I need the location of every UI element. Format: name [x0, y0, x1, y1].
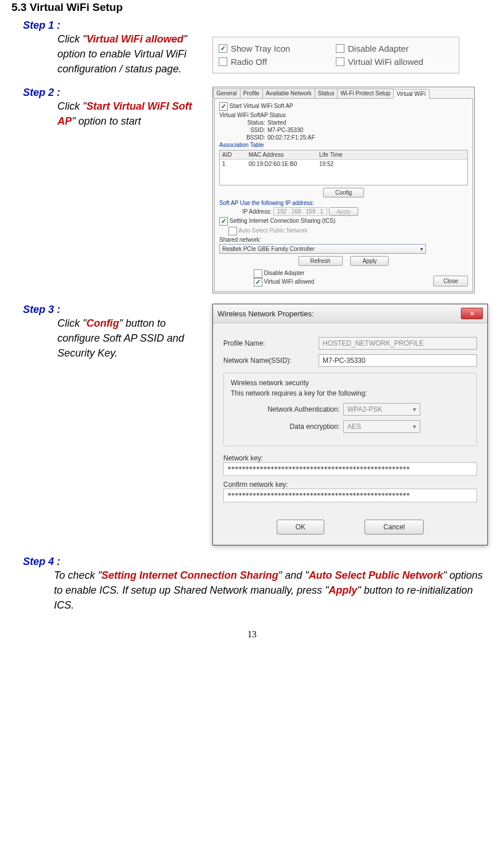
checkbox-radio-off[interactable]	[219, 57, 227, 66]
checkbox-virtual-wifi[interactable]	[336, 57, 344, 66]
ssid-value: M7-PC-35330	[267, 127, 303, 133]
ssid-field-input[interactable]: M7-PC-35330	[319, 354, 477, 367]
step3-pre: Click "	[57, 317, 86, 329]
tab-status[interactable]: Status	[315, 88, 338, 98]
checkbox-disable-adapter-2[interactable]	[254, 269, 262, 278]
checkbox-virtual-wifi-2[interactable]	[254, 278, 262, 286]
label-auto-select: Auto Select Public Network	[238, 227, 308, 234]
dialog-title: Wireless Network Properties:	[218, 309, 314, 318]
ip-input[interactable]: 192 . 168 . 159 . 1	[273, 207, 328, 216]
apply-button[interactable]: Apply	[350, 256, 389, 266]
label-virtual-wifi: Virtual WiFi allowed	[348, 57, 423, 67]
checkbox-auto-select[interactable]	[228, 227, 237, 235]
config-button[interactable]: Config	[323, 188, 364, 198]
network-key-label: Network key:	[223, 454, 477, 462]
enc-label: Data encryption:	[231, 423, 340, 431]
label-virtual-wifi-2: Virtual WiFi allowed	[264, 278, 315, 285]
bssid-label: BSSID:	[242, 134, 265, 141]
confirm-key-label: Confirm network key:	[223, 481, 477, 489]
status-title: Virtual WiFi SoftAP Status	[219, 112, 468, 118]
step3-body: Click "Config" button to configure Soft …	[57, 316, 195, 361]
s4-t2: " and "	[278, 570, 309, 581]
step1-pre: Click "	[57, 33, 86, 45]
assoc-title: Association Table	[219, 142, 468, 148]
fig1-panel: Show Tray Icon Disable Adapter Radio Off	[212, 37, 459, 73]
tab-virtual-wifi[interactable]: Virtual WiFi	[393, 89, 429, 99]
checkbox-ics[interactable]	[219, 217, 228, 226]
ssid-label: SSID:	[242, 127, 265, 133]
refresh-button[interactable]: Refresh	[298, 256, 343, 266]
step3-heading: Step 3 :	[23, 304, 195, 316]
tab-profile[interactable]: Profile	[240, 88, 263, 98]
step2-post: " option to start	[72, 115, 141, 127]
profile-name-input[interactable]: HOSTED_NETWORK_PROFILE	[319, 337, 477, 350]
label-ics: Setting Internet Connection Sharing (ICS…	[230, 218, 336, 224]
step4-body: To check "Setting Internet Connection Sh…	[54, 568, 493, 613]
tab-wifi-protect[interactable]: Wi-Fi Protect Setup	[337, 88, 394, 98]
s4-r3: Apply	[328, 584, 357, 596]
checkbox-show-tray[interactable]	[219, 44, 227, 53]
close-button[interactable]: Close	[433, 276, 468, 286]
step3-em: Config	[86, 317, 119, 329]
apply-ip-button[interactable]: Apply	[329, 207, 358, 216]
enc-select[interactable]: AES	[343, 420, 420, 433]
assoc-table: AID MAC Address Life Time 1 00:19:D2:60:…	[219, 150, 468, 185]
col-aid: AID	[220, 150, 246, 159]
label-radio-off: Radio Off	[231, 57, 267, 67]
fig3-dialog: Wireless Network Properties: ✕ Profile N…	[212, 304, 488, 545]
status-value: Started	[267, 119, 286, 126]
ssid-field-label: Network Name(SSID):	[223, 357, 315, 365]
step1-heading: Step 1 :	[23, 20, 195, 32]
table-row[interactable]: 1 00:19:D2:60:1E:B0 19:52	[220, 160, 467, 168]
shared-label: Shared network:	[219, 237, 468, 243]
step2-heading: Step 2 :	[23, 87, 195, 99]
tab-general[interactable]: General	[213, 88, 241, 98]
cancel-button[interactable]: Cancel	[365, 520, 424, 535]
network-key-input[interactable]: ****************************************…	[223, 462, 477, 476]
tab-available-network[interactable]: Available Network	[262, 88, 315, 98]
checkbox-disable-adapter[interactable]	[336, 44, 344, 53]
s4-t1: To check "	[54, 570, 102, 581]
step2-body: Click "Start Virtual WiFI Soft AP" optio…	[57, 99, 195, 129]
close-icon[interactable]: ✕	[461, 308, 483, 319]
cell-life: 19:52	[317, 160, 367, 168]
status-label: Status:	[242, 119, 265, 126]
step1-body: Click "Virtual WiFi allowed" option to e…	[57, 32, 195, 76]
security-group-title: Wireless network security	[231, 379, 470, 387]
security-group-desc: This network requires a key for the foll…	[231, 389, 470, 397]
checkbox-start-softap[interactable]	[219, 102, 228, 111]
step4-heading: Step 4 :	[23, 556, 493, 568]
section-title: 5.3 Virtual WiFi Setup	[11, 1, 493, 14]
ok-button[interactable]: OK	[277, 520, 324, 535]
label-disable-adapter-2: Disable Adapter	[264, 270, 305, 276]
col-life: Life Time	[317, 150, 367, 159]
label-disable-adapter: Disable Adapter	[348, 44, 409, 53]
softap-ip-title: Soft AP Use the following IP address:	[219, 200, 468, 206]
s4-r1: Setting Internet Connection Sharing	[102, 570, 278, 581]
label-show-tray: Show Tray Icon	[231, 44, 290, 53]
step1-em: Virtual WiFi allowed	[86, 33, 183, 45]
confirm-key-input[interactable]: ****************************************…	[223, 489, 477, 502]
profile-name-label: Profile Name:	[223, 339, 315, 347]
step2-pre: Click "	[57, 100, 86, 112]
bssid-value: 00:02:72:F1:25:AF	[267, 134, 315, 141]
auth-label: Network Authentication:	[231, 405, 340, 413]
col-mac: MAC Address	[246, 150, 317, 159]
fig2-window: General Profile Available Network Status…	[212, 87, 475, 293]
s4-r2: Auto Select Public Network	[309, 570, 443, 581]
shared-network-select[interactable]: Realtek PCIe GBE Family Controller	[219, 244, 426, 254]
page-number: 13	[11, 629, 493, 640]
ip-label: IP Address:	[242, 208, 272, 215]
label-start-softap: Start Virtual WiFi Soft AP	[230, 103, 293, 109]
cell-mac: 00:19:D2:60:1E:B0	[246, 160, 317, 168]
cell-aid: 1	[220, 160, 246, 168]
auth-select[interactable]: WPA2-PSK	[343, 403, 420, 416]
